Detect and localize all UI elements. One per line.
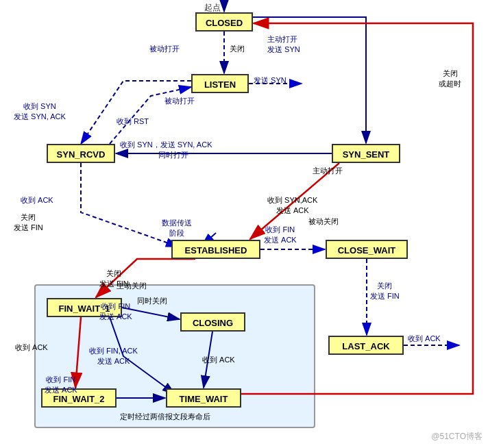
label-rcv-ack-lastack: 收到 ACK bbox=[408, 334, 441, 344]
state-close-wait: CLOSE_WAIT bbox=[326, 240, 408, 259]
state-closed: CLOSED bbox=[195, 12, 253, 32]
label-close-listen: 关闭 bbox=[230, 44, 245, 54]
label-passive-open-closed: 被动打开 bbox=[149, 44, 180, 54]
label-passive-close: 收到 FIN发送 ACK bbox=[264, 225, 297, 245]
label-close-fin-closewait: 关闭发送 FIN bbox=[370, 281, 400, 301]
state-syn-rcvd: SYN_RCVD bbox=[47, 144, 115, 163]
label-active-open-syn: 主动打开发送 SYN bbox=[267, 34, 300, 55]
label-rcv-ack-synsrcvd: 收到 ACK bbox=[21, 195, 53, 206]
label-simultaneous-close: 同时关闭 bbox=[137, 296, 167, 306]
state-established: ESTABLISHED bbox=[171, 240, 260, 259]
label-rcv-fin-ack-closing: 收到 FIN发送 ACK bbox=[99, 301, 132, 322]
label-rcv-synack-send-ack: 收到 SYN,ACK发送 ACK bbox=[267, 195, 317, 216]
label-rcv-finack-ack: 收到 FIN, ACK发送 ACK bbox=[89, 346, 138, 366]
label-rcv-syn-send-synack-simultaneous: 收到 SYN，发送 SYN, ACK 同时打开 bbox=[120, 140, 212, 160]
label-passive-close-text: 被动关闭 bbox=[308, 216, 339, 227]
label-close-or-timeout: 关闭或超时 bbox=[439, 69, 461, 89]
state-last-ack: LAST_ACK bbox=[328, 336, 404, 355]
state-time-wait: TIME_WAIT bbox=[166, 388, 241, 408]
label-timer-2msl: 定时经过两倍报文段寿命后 bbox=[120, 412, 210, 422]
diagram: 起点 CLOSED LISTEN SYN_SENT SYN_RCVD ESTAB… bbox=[0, 0, 488, 448]
label-active-open-synsent: 主动打开 bbox=[313, 166, 343, 176]
label-data-transfer: 数据传送阶段 bbox=[162, 218, 192, 238]
label-active-close-main: 主动关闭 bbox=[117, 281, 147, 291]
label-rcv-fin-finwait2: 收到 FIN发送 ACK bbox=[45, 375, 77, 395]
label-rcv-ack-closing: 收到 ACK bbox=[202, 355, 235, 365]
state-closing: CLOSING bbox=[180, 312, 245, 332]
label-rcv-ack-finwait1: 收到 ACK bbox=[15, 343, 48, 353]
state-syn-sent: SYN_SENT bbox=[332, 144, 400, 163]
label-rcv-rst: 收到 RST bbox=[117, 116, 149, 127]
state-listen: LISTEN bbox=[191, 74, 249, 93]
label-rcv-syn-send-synack: 收到 SYN发送 SYN, ACK bbox=[14, 101, 66, 122]
watermark: @51CTO博客 bbox=[431, 431, 483, 443]
label-close-fin-synrcvd: 关闭发送 FIN bbox=[14, 212, 43, 233]
label-send-syn-listen: 发送 SYN bbox=[254, 75, 286, 86]
label-listen-passive: 被动打开 bbox=[164, 96, 195, 106]
